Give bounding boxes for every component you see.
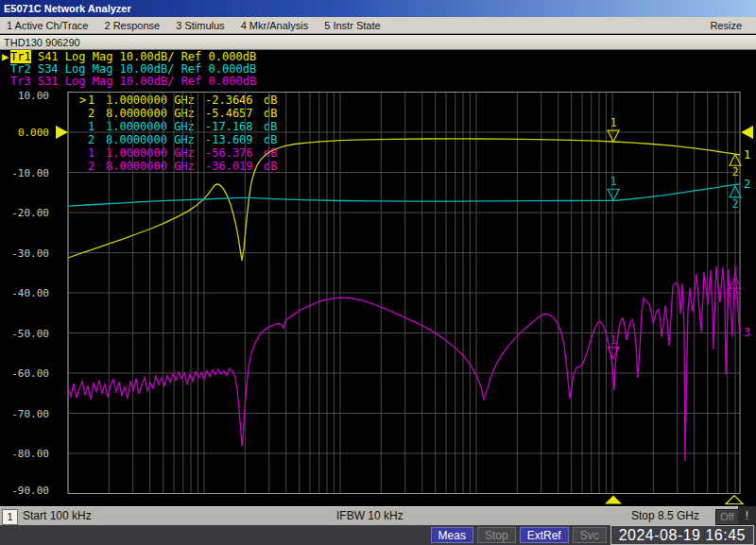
start-frequency-label: Start 100 kHz — [23, 509, 92, 522]
stimulus-marker-hollow-icon[interactable] — [726, 496, 743, 504]
marker-1-number: 1 — [610, 333, 616, 347]
marker-2-number: 2 — [731, 165, 738, 179]
marker-1-number: 1 — [610, 175, 616, 188]
status-svc: Svc — [573, 527, 607, 543]
off-button[interactable]: Off — [715, 509, 739, 525]
status-datetime: 2024-08-19 16:45 — [610, 525, 754, 545]
status-extref: ExtRef — [520, 527, 569, 543]
trace-end-label-3: 3 — [744, 326, 750, 339]
alert-indicator: ! — [738, 506, 756, 525]
stop-frequency-label: Stop 8.5 GHz — [631, 509, 699, 522]
trace-tr2[interactable] — [68, 184, 740, 206]
channel-bar: 1 Start 100 kHz IFBW 10 kHz Stop 8.5 GHz… — [0, 506, 738, 525]
trace-tr3[interactable] — [68, 266, 740, 462]
trace-end-label-1: 1 — [744, 148, 750, 162]
marker-2-number: 2 — [731, 288, 738, 301]
marker-1-triangle-icon[interactable] — [608, 189, 619, 200]
marker-1-number: 1 — [610, 116, 616, 129]
stimulus-marker-filled-icon[interactable] — [605, 496, 622, 504]
chart-area[interactable]: 121212123 — [0, 0, 756, 545]
status-stop: Stop — [477, 527, 516, 543]
ref-level-arrow-right[interactable] — [741, 126, 753, 139]
ref-level-arrow-left[interactable] — [56, 126, 68, 139]
status-meas: Meas — [431, 527, 473, 543]
ifbw-label: IFBW 10 kHz — [336, 509, 404, 522]
marker-2-number: 2 — [731, 197, 738, 211]
trace-tr1[interactable] — [68, 139, 740, 261]
trace-end-label-2: 2 — [744, 178, 750, 191]
channel-number-badge: 1 — [2, 509, 18, 525]
analyzer-screen: E5071C Network Analyzer 1 Active Ch/Trac… — [0, 0, 756, 545]
status-bar: Meas Stop ExtRef Svc 2024-08-19 16:45 — [0, 525, 756, 545]
